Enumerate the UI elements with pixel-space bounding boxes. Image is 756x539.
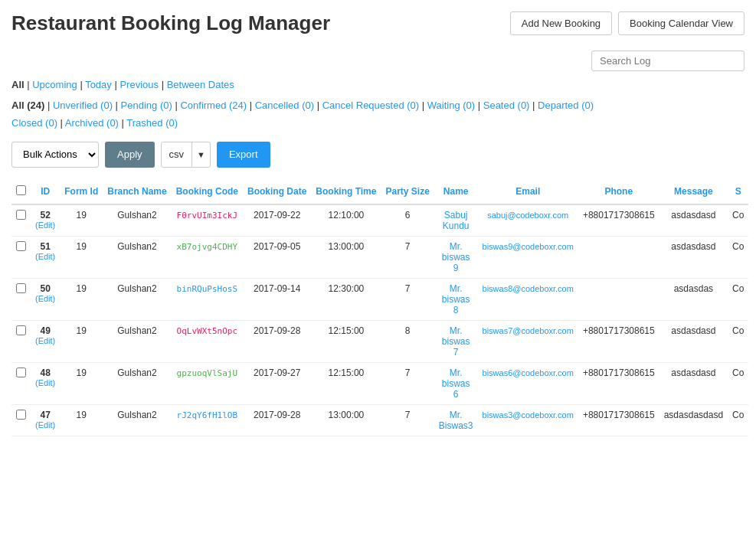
select-all-checkbox[interactable] bbox=[16, 185, 26, 195]
row-status: Co bbox=[728, 362, 748, 404]
row-date: 2017-09-28 bbox=[243, 320, 311, 362]
table-row: 52 (Edit) 19 Gulshan2 F0rvUIm3IckJ 2017-… bbox=[11, 204, 748, 237]
edit-link[interactable]: (Edit) bbox=[35, 378, 55, 387]
row-message: asdasdasd bbox=[659, 320, 728, 362]
row-branch: Gulshan2 bbox=[103, 204, 171, 237]
row-time: 13:00:00 bbox=[311, 404, 381, 436]
row-booking-code: binRQuPsHosS bbox=[172, 278, 243, 320]
row-status: Co bbox=[728, 204, 748, 237]
col-id: ID bbox=[31, 179, 60, 204]
status-cancelled[interactable]: Cancelled (0) bbox=[255, 100, 314, 111]
edit-link[interactable]: (Edit) bbox=[35, 420, 55, 430]
row-checkbox[interactable] bbox=[11, 236, 31, 278]
col-phone: Phone bbox=[578, 179, 659, 204]
row-form-id: 19 bbox=[60, 362, 103, 404]
table-header-row: ID Form Id Branch Name Booking Code Book… bbox=[11, 179, 748, 204]
row-time: 12:15:00 bbox=[311, 362, 381, 404]
status-waiting[interactable]: Waiting (0) bbox=[427, 100, 475, 111]
page-title: Restaurant Booking Log Manager bbox=[11, 11, 330, 35]
status-confirmed[interactable]: Confirmed (24) bbox=[180, 100, 247, 111]
table-row: 51 (Edit) 19 Gulshan2 xB7ojvg4CDHY 2017-… bbox=[11, 236, 748, 278]
row-date: 2017-09-05 bbox=[243, 236, 311, 278]
edit-link[interactable]: (Edit) bbox=[35, 294, 55, 303]
edit-link[interactable]: (Edit) bbox=[35, 252, 55, 261]
booking-calendar-button[interactable]: Booking Calendar View bbox=[618, 11, 745, 35]
col-status: S bbox=[728, 179, 748, 204]
row-checkbox[interactable] bbox=[11, 362, 31, 404]
col-checkbox bbox=[11, 179, 31, 204]
col-booking-date: Booking Date bbox=[243, 179, 311, 204]
status-departed[interactable]: Departed (0) bbox=[538, 100, 594, 111]
status-archived[interactable]: Archived (0) bbox=[65, 117, 119, 129]
row-email: sabuj@codeboxr.com bbox=[478, 204, 578, 237]
status-trashed[interactable]: Trashed (0) bbox=[126, 117, 178, 129]
table-row: 47 (Edit) 19 Gulshan2 rJ2qY6fH1lOB 2017-… bbox=[11, 404, 748, 436]
row-email: biswas8@codeboxr.com bbox=[478, 278, 578, 320]
row-party: 6 bbox=[381, 204, 434, 237]
row-branch: Gulshan2 bbox=[103, 404, 171, 436]
col-branch-name: Branch Name bbox=[103, 179, 171, 204]
edit-link[interactable]: (Edit) bbox=[35, 220, 55, 230]
col-booking-code: Booking Code bbox=[172, 179, 243, 204]
row-id: 47 (Edit) bbox=[31, 404, 60, 436]
filter-previous[interactable]: Previous bbox=[119, 79, 159, 90]
table-row: 48 (Edit) 19 Gulshan2 gpzuoqVlSajU 2017-… bbox=[11, 362, 748, 404]
bulk-actions-select[interactable]: Bulk Actions bbox=[11, 142, 99, 168]
col-name: Name bbox=[434, 179, 478, 204]
csv-dropdown-arrow[interactable]: ▼ bbox=[192, 142, 210, 167]
row-message: asdasdasd bbox=[659, 204, 728, 237]
row-status: Co bbox=[728, 278, 748, 320]
table-row: 50 (Edit) 19 Gulshan2 binRQuPsHosS 2017-… bbox=[11, 278, 748, 320]
filter-upcoming[interactable]: Upcoming bbox=[32, 79, 77, 90]
table-row: 49 (Edit) 19 Gulshan2 OqLvWXt5nOpc 2017-… bbox=[11, 320, 748, 362]
row-branch: Gulshan2 bbox=[103, 362, 171, 404]
col-booking-time: Booking Time bbox=[311, 179, 381, 204]
row-booking-code: rJ2qY6fH1lOB bbox=[172, 404, 243, 436]
row-branch: Gulshan2 bbox=[103, 236, 171, 278]
edit-link[interactable]: (Edit) bbox=[35, 336, 55, 345]
status-closed[interactable]: Closed (0) bbox=[11, 117, 57, 129]
status-unverified[interactable]: Unverified (0) bbox=[53, 100, 113, 111]
export-button[interactable]: Export bbox=[217, 142, 270, 168]
row-checkbox[interactable] bbox=[11, 404, 31, 436]
filter-between-dates[interactable]: Between Dates bbox=[167, 79, 234, 90]
row-id: 50 (Edit) bbox=[31, 278, 60, 320]
row-form-id: 19 bbox=[60, 204, 103, 237]
add-new-booking-button[interactable]: Add New Booking bbox=[510, 11, 612, 35]
row-date: 2017-09-14 bbox=[243, 278, 311, 320]
row-branch: Gulshan2 bbox=[103, 320, 171, 362]
row-form-id: 19 bbox=[60, 236, 103, 278]
toolbar: Bulk Actions Apply csv ▼ Export bbox=[11, 142, 745, 168]
row-id: 48 (Edit) bbox=[31, 362, 60, 404]
search-area bbox=[11, 51, 745, 71]
row-checkbox[interactable] bbox=[11, 204, 31, 237]
row-phone: +8801717308615 bbox=[578, 404, 659, 436]
row-id: 52 (Edit) bbox=[31, 204, 60, 237]
status-all[interactable]: All (24) bbox=[11, 100, 44, 111]
row-checkbox[interactable] bbox=[11, 278, 31, 320]
row-time: 12:30:00 bbox=[311, 278, 381, 320]
header-buttons: Add New Booking Booking Calendar View bbox=[510, 11, 745, 35]
status-seated[interactable]: Seated (0) bbox=[483, 100, 530, 111]
row-party: 8 bbox=[381, 320, 434, 362]
row-email: biswas6@codeboxr.com bbox=[478, 362, 578, 404]
filter-all[interactable]: All bbox=[11, 79, 25, 90]
row-name: Mr. biswas 7 bbox=[434, 320, 478, 362]
row-branch: Gulshan2 bbox=[103, 278, 171, 320]
filter-today[interactable]: Today bbox=[85, 79, 112, 90]
row-name: Mr. biswas 9 bbox=[434, 236, 478, 278]
row-name: Sabuj Kundu bbox=[434, 204, 478, 237]
apply-button[interactable]: Apply bbox=[105, 142, 155, 168]
row-name: Mr. Biswas3 bbox=[434, 404, 478, 436]
status-bar: All (24) | Unverified (0) | Pending (0) … bbox=[11, 96, 745, 132]
status-cancel-requested[interactable]: Cancel Requested (0) bbox=[322, 100, 419, 111]
row-id: 49 (Edit) bbox=[31, 320, 60, 362]
row-checkbox[interactable] bbox=[11, 320, 31, 362]
row-message: asdasdasd bbox=[659, 236, 728, 278]
row-name: Mr. biswas 8 bbox=[434, 278, 478, 320]
status-pending[interactable]: Pending (0) bbox=[121, 100, 172, 111]
row-date: 2017-09-22 bbox=[243, 204, 311, 237]
row-form-id: 19 bbox=[60, 278, 103, 320]
csv-select-wrap: csv ▼ bbox=[161, 142, 211, 168]
search-input[interactable] bbox=[591, 51, 745, 71]
